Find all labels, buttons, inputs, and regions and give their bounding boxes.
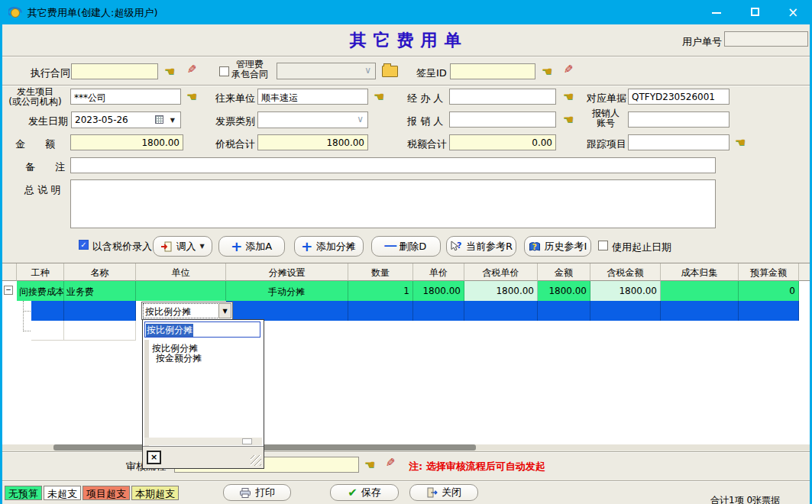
row2-cell-amount[interactable] [538,301,590,321]
titlebar: 其它费用单(创建人:超级用户) × [0,0,812,24]
dropdown-close-icon[interactable]: × [147,451,161,464]
invoice-type-select[interactable]: ∨ [257,111,368,128]
delete-button[interactable]: − 删除D [371,236,441,257]
row3-cell[interactable] [31,321,64,341]
row2-cell-cost[interactable] [661,301,739,321]
row1-cell-tax-price[interactable]: 1800.00 [464,281,538,301]
row3-cell[interactable] [64,321,136,341]
dropdown-footer: × [143,446,264,468]
mgmt-fee-contract-select[interactable]: ∨ [277,63,376,79]
tax-included-checkbox[interactable]: ✓ [79,240,89,250]
tax-total-field[interactable]: 0.00 [449,134,556,150]
legend-not-over: 未超支 [44,486,81,500]
col-header-qty[interactable]: 数量 [348,263,413,281]
sign-id-edit-pen-icon[interactable]: ✎ [564,64,574,76]
calendar-icon[interactable] [155,115,163,124]
dropdown-item[interactable]: 按金额分摊 [156,352,202,365]
exec-contract-label: 执行合同 [31,66,70,80]
import-button[interactable]: 调入 ▼ [153,236,212,257]
audit-flow-edit-pen-icon[interactable]: ✎ [386,457,396,469]
col-header-unit[interactable]: 单位 [136,263,226,281]
history-ref-button[interactable]: ? 历史参考I [524,236,591,257]
col-header-amount[interactable]: 金额 [538,263,590,281]
exec-contract-edit-pen-icon[interactable]: ✎ [187,64,197,76]
col-header-tax-price[interactable]: 含税单价 [464,263,538,281]
row2-cell-type[interactable] [31,301,64,321]
row1-cell-type[interactable]: 间接费成本 [17,281,64,301]
partner-picker-hand-icon[interactable]: ☚ [374,91,384,103]
row2-cell-price[interactable] [413,301,464,321]
col-header-name[interactable]: 名称 [64,263,136,281]
use-dates-checkbox[interactable] [598,241,608,250]
add-share-button[interactable]: + 添加分摊 [294,236,364,257]
col-header-cost[interactable]: 成本归集 [661,263,739,281]
account-field[interactable] [628,111,730,128]
folder-icon[interactable] [382,66,398,77]
row1-cell-unit[interactable] [136,281,226,301]
close-button[interactable]: × [778,0,808,24]
add-button[interactable]: + 添加A [218,236,285,257]
summary-textarea[interactable] [70,179,716,228]
mgmt-fee-checkbox[interactable] [219,66,229,76]
row2-cell-tax-amount[interactable] [590,301,661,321]
share-mode-combobox[interactable]: 按比例分摊 ▼ [141,302,233,320]
reimburser-picker-hand-icon[interactable]: ☚ [563,114,574,126]
audit-flow-picker-hand-icon[interactable]: ☚ [364,459,375,471]
user-no-field[interactable] [724,31,808,47]
dropdown-vscrollbar[interactable] [144,340,149,451]
exec-contract-field[interactable] [71,63,158,79]
track-picker-hand-icon[interactable]: ☚ [735,137,746,149]
row1-cell-cost[interactable] [661,281,739,301]
dropdown-hscrollbar-thumb[interactable] [242,438,252,444]
row1-cell-qty[interactable]: 1 [348,281,413,301]
dropdown-resize-grip[interactable] [251,455,261,466]
date-dropdown-arrow-icon[interactable]: ▼ [170,117,175,124]
col-header-type[interactable]: 工种 [17,263,64,281]
sign-id-picker-hand-icon[interactable]: ☚ [542,66,552,78]
col-header-budget[interactable]: 预算金额 [739,263,799,281]
combo-dropdown-arrow-icon[interactable]: ▼ [218,303,231,318]
col-header-expander [2,263,17,281]
reimburser-field[interactable] [449,111,556,128]
project-field[interactable]: ***公司 [70,89,181,105]
doc-no-field[interactable]: QTFYD230526001 [628,89,730,105]
row2-cell-budget[interactable] [739,301,799,321]
minus-icon: − [382,241,398,252]
row2-cell-qty[interactable] [348,301,413,321]
tree-line [23,301,24,331]
row-expander-icon[interactable]: − [4,286,13,295]
sign-id-field[interactable] [450,63,535,79]
current-ref-button[interactable]: ? 当前参考R [446,236,516,257]
row1-cell-share[interactable]: 手动分摊 [226,281,348,301]
dropdown-hscrollbar-track[interactable] [144,438,262,445]
track-field[interactable] [628,134,730,150]
row1-cell-price[interactable]: 1800.00 [413,281,464,301]
print-button[interactable]: 打印 [223,484,291,501]
minimize-icon [712,12,721,14]
minimize-button[interactable] [701,0,732,24]
project-picker-hand-icon[interactable]: ☚ [186,91,197,103]
exec-contract-picker-hand-icon[interactable]: ☚ [164,66,175,78]
row1-cell-amount[interactable]: 1800.00 [538,281,590,301]
partner-field[interactable]: 顺丰速运 [257,89,368,105]
row1-cell-tax-amount[interactable]: 1800.00 [590,281,661,301]
save-button[interactable]: ✔ 保存 [330,484,399,501]
date-field[interactable]: 2023-05-26 ▼ [71,111,181,128]
col-header-tax-amount[interactable]: 含税金额 [590,263,661,281]
handler-field[interactable] [449,89,556,105]
handler-picker-hand-icon[interactable]: ☚ [563,91,574,103]
grid-hscrollbar-thumb[interactable] [53,444,476,451]
row1-cell-budget[interactable]: 0 [739,281,799,301]
total-field[interactable]: 1800.00 [257,134,368,150]
row2-cell-share[interactable] [226,301,348,321]
col-header-share[interactable]: 分摊设置 [226,263,348,281]
row2-cell-name[interactable] [64,301,136,321]
maximize-button[interactable] [739,0,770,24]
dropdown-filter-input[interactable]: 按比例分摊 [144,321,260,338]
close-form-button[interactable]: 关闭 [409,484,478,501]
remark-field[interactable] [70,157,716,173]
row1-cell-name[interactable]: 业务费 [64,281,136,301]
amount-field[interactable]: 1800.00 [70,134,183,150]
row2-cell-tax-price[interactable] [464,301,538,321]
col-header-price[interactable]: 单价 [413,263,464,281]
